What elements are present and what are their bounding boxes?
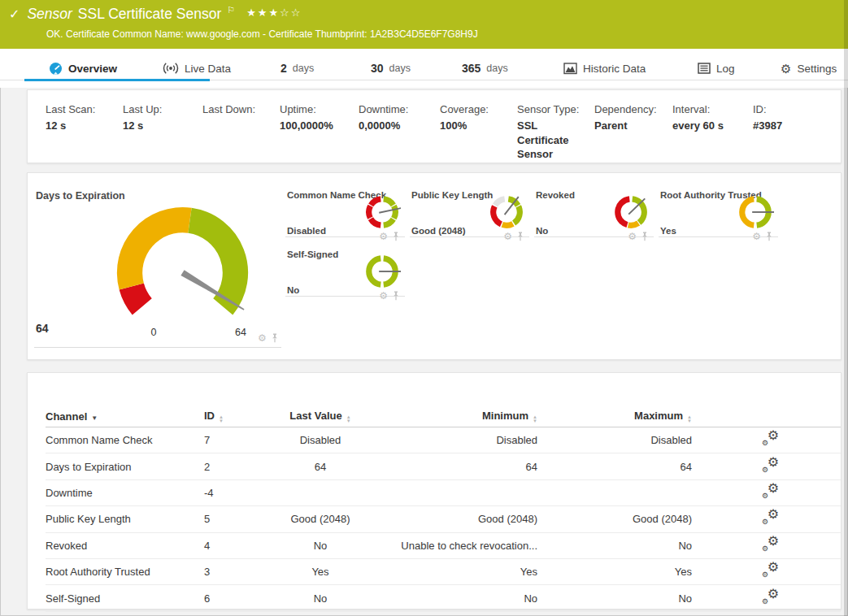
gauge-value: Good (2048) (411, 226, 465, 236)
cell-divider (34, 347, 281, 348)
pin-icon[interactable] (392, 232, 400, 241)
info-downtime: Downtime:0,0000% (359, 103, 440, 162)
sort-desc-icon: ▼ (91, 414, 98, 422)
channel-table-panel: Channel▼ ID▲▼ Last Value▲▼ Minimum▲▼ Max… (27, 372, 841, 609)
info-uptime: Uptime:100,0000% (280, 103, 359, 162)
tab-live-data-label: Live Data (185, 63, 231, 75)
pin-icon[interactable] (641, 232, 649, 241)
channel-settings-gears-icon[interactable]: ⚙⚙ (762, 458, 779, 473)
info-dependency: Dependency:Parent (594, 103, 672, 162)
prtg-sensor-page: ✓ Sensor SSL Certificate Sensor ⚐ ★★★☆☆ … (0, 0, 848, 616)
log-list-icon (698, 63, 711, 74)
gauge-title: Self-Signed (287, 249, 338, 259)
table-row: Revoked 4 No Unable to check revocation.… (46, 533, 841, 559)
common-name-check-gauge-dial (363, 193, 401, 231)
tab-bar: Overview Live Data 2 days 30 days 365 da… (0, 49, 848, 88)
tab-log[interactable]: Log (698, 59, 735, 77)
gauge-revoked: Revoked No ⚙ (534, 192, 654, 237)
gauge-tools: ⚙ (628, 232, 649, 241)
tab-historic-data-label: Historic Data (583, 63, 646, 75)
gear-icon[interactable]: ⚙ (258, 333, 267, 343)
flag-icon[interactable]: ⚐ (227, 5, 235, 15)
channel-name[interactable]: Public Key Length (46, 513, 204, 525)
status-ok-check-icon: ✓ (9, 7, 20, 22)
gear-icon[interactable]: ⚙ (379, 291, 388, 301)
table-row: Days to Expiration 2 64 64 64 ⚙⚙ (46, 453, 841, 479)
gauge-value: Disabled (287, 226, 326, 236)
channel-table: Channel▼ ID▲▼ Last Value▲▼ Minimum▲▼ Max… (28, 373, 841, 612)
table-header-row: Channel▼ ID▲▼ Last Value▲▼ Minimum▲▼ Max… (46, 406, 841, 427)
table-row: Common Name Check 7 Disabled Disabled Di… (46, 427, 841, 453)
sort-icon: ▲▼ (346, 415, 351, 423)
tab-historic-data[interactable]: Historic Data (563, 59, 646, 77)
column-header-minimum[interactable]: Minimum▲▼ (365, 410, 537, 423)
channel-name[interactable]: Self-Signed (46, 592, 204, 605)
channel-name[interactable]: Common Name Check (46, 434, 204, 446)
gear-icon[interactable]: ⚙ (628, 232, 637, 241)
sensor-status-header: ✓ Sensor SSL Certificate Sensor ⚐ ★★★☆☆ … (0, 0, 848, 49)
channel-settings-gears-icon[interactable]: ⚙⚙ (762, 537, 779, 552)
gauge-self-signed: Self-Signed No ⚙ (285, 251, 405, 297)
column-header-maximum[interactable]: Maximum▲▼ (537, 410, 692, 423)
revoked-gauge-dial (612, 193, 650, 231)
table-row: Downtime -4 ⚙⚙ (46, 480, 841, 506)
channel-name[interactable]: Revoked (46, 540, 204, 552)
table-row: Root Authority Trusted 3 Yes Yes Yes ⚙⚙ (46, 559, 841, 585)
root-authority-trusted-gauge-dial (737, 193, 774, 231)
channel-settings-gears-icon[interactable]: ⚙⚙ (762, 563, 779, 578)
info-last-scan: Last Scan:12 s (46, 103, 123, 162)
tab-overview[interactable]: Overview (49, 59, 117, 77)
pin-icon[interactable] (765, 232, 773, 241)
channel-settings-gears-icon[interactable]: ⚙⚙ (762, 432, 779, 446)
column-header-id[interactable]: ID▲▼ (204, 410, 276, 423)
pin-icon[interactable] (392, 291, 400, 301)
gauge-public-key-length: Public Key Length Good (2048) ⚙ (410, 192, 529, 237)
channel-settings-gears-icon[interactable]: ⚙⚙ (762, 484, 779, 499)
channel-settings-gears-icon[interactable]: ⚙⚙ (762, 590, 779, 605)
gauge-tools: ⚙ (258, 333, 279, 343)
tab-overview-label: Overview (68, 63, 117, 75)
channel-name[interactable]: Days to Expiration (46, 461, 204, 473)
star-rating[interactable]: ★★★☆☆ (246, 7, 302, 19)
info-grid: Last Scan:12 s Last Up:12 s Last Down: U… (28, 90, 841, 162)
channel-settings-gears-icon[interactable]: ⚙⚙ (762, 510, 779, 525)
tab-365-days[interactable]: 365 days (462, 59, 508, 77)
column-header-channel[interactable]: Channel▼ (46, 410, 204, 423)
table-row: Self-Signed 6 No No No ⚙⚙ (46, 585, 841, 611)
gauge-common-name-check: Common Name Check Disabled ⚙ (285, 192, 405, 237)
gauge-root-authority-trusted: Root Authority Trusted Yes ⚙ (659, 192, 778, 237)
tab-live-data[interactable]: Live Data (163, 59, 231, 77)
days-to-expiration-gauge-dial (98, 192, 267, 327)
pin-icon[interactable] (271, 333, 279, 343)
gear-icon[interactable]: ⚙ (752, 232, 761, 241)
channel-name[interactable]: Root Authority Trusted (46, 566, 204, 578)
info-id: ID:#3987 (753, 103, 841, 162)
sensor-info-bar: Last Scan:12 s Last Up:12 s Last Down: U… (27, 89, 841, 163)
tab-2-days[interactable]: 2 days (280, 59, 314, 77)
public-key-length-gauge-dial (488, 193, 525, 231)
column-header-last-value[interactable]: Last Value▲▼ (276, 410, 365, 423)
info-coverage: Coverage:100% (440, 103, 517, 162)
channel-name[interactable]: Downtime (46, 487, 204, 499)
info-last-up: Last Up:12 s (123, 103, 202, 162)
tab-30-days-number: 30 (371, 62, 384, 75)
tab-log-label: Log (716, 63, 735, 75)
gauge-tools: ⚙ (752, 232, 773, 241)
gauges-panel: Days to Expiration 64 0 64 ⚙ Common Name (27, 172, 841, 360)
gauge-days-to-expiration: Days to Expiration 64 0 64 ⚙ (28, 173, 284, 361)
tab-30-days[interactable]: 30 days (371, 59, 411, 77)
gauge-current-value: 64 (36, 322, 49, 335)
info-last-down: Last Down: (202, 103, 280, 162)
tab-365-days-unit: days (486, 63, 507, 74)
tab-settings[interactable]: ⚙ Settings (781, 59, 837, 77)
tab-settings-label: Settings (797, 63, 837, 75)
gauge-tools: ⚙ (503, 232, 524, 241)
sensor-title-row: ✓ Sensor SSL Certificate Sensor ⚐ ★★★☆☆ (9, 6, 302, 23)
gear-icon[interactable]: ⚙ (379, 232, 388, 241)
gear-icon[interactable]: ⚙ (503, 232, 512, 241)
gear-icon: ⚙ (781, 63, 791, 75)
pin-icon[interactable] (516, 232, 524, 241)
scrollbar[interactable] (844, 0, 848, 616)
tab-30-days-unit: days (389, 63, 411, 74)
sort-icon: ▲▼ (687, 415, 692, 423)
